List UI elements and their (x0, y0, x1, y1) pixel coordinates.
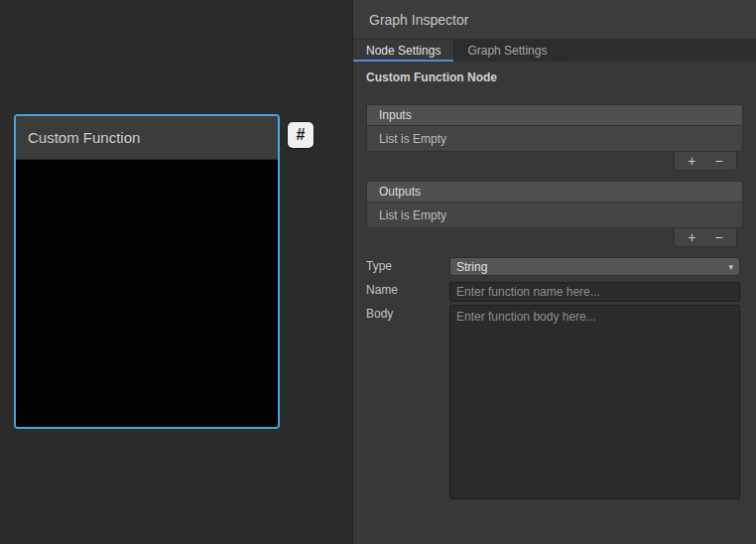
type-dropdown-value: String (456, 260, 487, 274)
node-header[interactable]: Custom Function (16, 116, 278, 160)
inputs-list-footer: + − (366, 152, 743, 171)
inputs-add-button[interactable]: + (682, 154, 701, 168)
outputs-footer-buttons: + − (674, 228, 737, 247)
type-dropdown[interactable]: String ▾ (449, 257, 740, 276)
graph-canvas[interactable]: Custom Function # (0, 0, 353, 544)
outputs-remove-button[interactable]: − (709, 230, 729, 244)
name-label: Name (366, 283, 398, 297)
outputs-empty-label: List is Empty (379, 208, 446, 222)
outputs-list: Outputs List is Empty + − (366, 181, 743, 247)
chevron-down-icon: ▾ (728, 262, 733, 272)
node-settings-heading: Custom Function Node (366, 70, 497, 84)
inputs-header-label: Inputs (379, 108, 412, 122)
tab-graph-settings[interactable]: Graph Settings (454, 40, 561, 62)
inspector-titlebar[interactable]: Graph Inspector (353, 0, 756, 40)
node-preview-body (16, 160, 278, 427)
inputs-list: Inputs List is Empty + − (366, 104, 743, 171)
inputs-footer-buttons: + − (674, 152, 737, 171)
type-label: Type (366, 259, 392, 273)
inputs-empty-row: List is Empty (366, 125, 743, 152)
hash-icon: # (297, 126, 306, 144)
inputs-list-header: Inputs (366, 104, 743, 125)
inputs-remove-button[interactable]: − (709, 154, 729, 168)
outputs-list-header: Outputs (366, 181, 743, 202)
outputs-empty-row: List is Empty (366, 202, 743, 228)
outputs-header-label: Outputs (379, 185, 421, 199)
node-hash-badge[interactable]: # (288, 122, 314, 148)
inspector-title: Graph Inspector (369, 12, 468, 28)
outputs-add-button[interactable]: + (682, 230, 701, 244)
inputs-empty-label: List is Empty (379, 132, 446, 146)
custom-function-node[interactable]: Custom Function (14, 114, 280, 429)
inspector-tabs: Node Settings Graph Settings (353, 40, 756, 62)
graph-inspector-panel: Graph Inspector Node Settings Graph Sett… (352, 0, 756, 544)
body-label: Body (366, 307, 393, 321)
function-name-input[interactable] (449, 282, 740, 302)
tab-node-settings[interactable]: Node Settings (353, 40, 454, 62)
outputs-list-footer: + − (366, 228, 743, 247)
node-title: Custom Function (28, 129, 140, 146)
shader-graph-window: Custom Function # Graph Inspector Node S… (0, 0, 756, 544)
function-body-textarea[interactable] (449, 305, 740, 499)
